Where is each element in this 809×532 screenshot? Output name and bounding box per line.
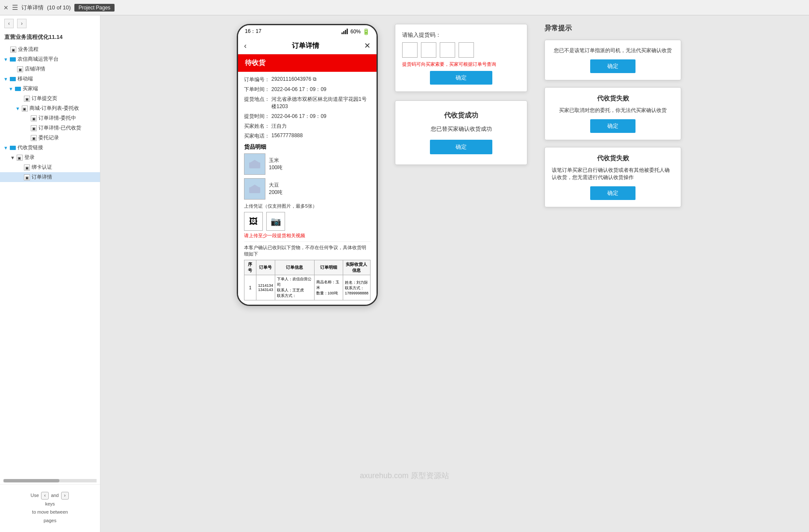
sidebar-item-登录[interactable]: ▼ ▣ 登录	[0, 153, 100, 162]
sidebar-item-店铺详情[interactable]: ▣ 店铺详情	[0, 64, 100, 74]
sidebar-scrollbar[interactable]	[3, 479, 97, 482]
triangle-icon: ▼	[3, 76, 8, 82]
goods-item-1: 玉米 100吨	[244, 153, 371, 175]
right-panel: 异常提示 您已不是该笔订单指派的司机，无法代买家确认收货 确定 代收货失败 买家…	[544, 24, 673, 207]
phone-content: 订单编号： 29201116043976 ⧉ 下单时间： 2022-04-06 …	[238, 72, 377, 305]
sidebar-item-商城订单列表[interactable]: ▼ ▣ 商城-订单列表-委托收	[0, 103, 100, 113]
triangle-icon: ▼	[15, 106, 20, 111]
page-icon: ▣	[22, 106, 28, 112]
sidebar-item-业务流程[interactable]: ▣ 业务流程	[0, 44, 100, 54]
goods-info-1: 玉米 100吨	[269, 157, 282, 171]
phone-mockup: 16：17 60% 🔋 ‹ 订单详情 ✕	[237, 24, 378, 306]
goods-title: 货品明细	[244, 143, 371, 151]
phone-nav-bar: ‹ 订单详情 ✕	[238, 38, 377, 54]
sidebar-item-订单详情[interactable]: ▣ 订单详情	[0, 172, 100, 182]
upload-icons: 🖼 📷	[244, 212, 371, 231]
confirm-text: 本客户确认已收到以下货物，不存在任何争议，具体收货明细如下	[244, 241, 371, 257]
buyer-phone-label: 买家电话：	[244, 132, 270, 140]
svg-marker-4	[249, 185, 260, 188]
table-header-order-info: 订单信息	[275, 260, 315, 275]
sidebar: ‹ › 直营业务流程优化11.14 ▣ 业务流程 ▼ 农信商城运营平台 ▣ 店铺…	[0, 15, 100, 532]
pickup-code-label: 请输入提货码：	[402, 31, 520, 39]
folder-icon	[10, 57, 16, 62]
error-body-fail-1: 买家已取消对您的委托，你无法代买家确认收货	[552, 107, 674, 114]
page-icon: ▣	[10, 47, 16, 53]
upload-image-button[interactable]: 🖼	[244, 212, 263, 231]
goods-info-2: 大豆 200吨	[269, 182, 282, 196]
svg-rect-0	[249, 162, 260, 168]
sidebar-bottom-hint: Use ‹ and › keys to move between pages	[0, 484, 100, 532]
sidebar-item-代收货链接[interactable]: ▼ 代收货链接	[0, 143, 100, 153]
order-time-value: 2022-04-06 17：09：09	[271, 86, 327, 93]
sidebar-item-委托记录[interactable]: ▣ 委托记录	[0, 133, 100, 143]
error-dialog-fail-2: 代收货失败 该笔订单买家已自行确认收货或者有其他被委托人确认收货，您无需进行代确…	[544, 147, 681, 207]
goods-qty-2: 200吨	[269, 189, 282, 196]
signal-icon	[341, 29, 348, 34]
main-layout: ‹ › 直营业务流程优化11.14 ▣ 业务流程 ▼ 农信商城运营平台 ▣ 店铺…	[0, 15, 809, 532]
pickup-time-value: 2022-04-06 17：09：09	[271, 113, 327, 120]
sidebar-item-订单提交页[interactable]: ▣ 订单提交页	[0, 94, 100, 103]
triangle-icon: ▼	[3, 57, 8, 62]
success-title: 代收货成功	[402, 111, 520, 120]
error-confirm-button-2[interactable]: 确定	[590, 119, 635, 133]
table-header-index: 序号	[244, 260, 256, 275]
nav-prev-button[interactable]: ‹	[4, 19, 14, 28]
table-row: 1 12141341343143 下单人：农信自营公司联系人：王芝虎联系方式： …	[244, 275, 371, 300]
top-bar: ✕ ☰ 订单详情 (10 of 10) Project Pages	[0, 0, 809, 15]
folder-icon	[15, 87, 21, 91]
buyer-phone-row: 买家电话： 15677778888	[244, 132, 371, 140]
sidebar-item-农信商城运营平台[interactable]: ▼ 农信商城运营平台	[0, 54, 100, 64]
cell-index: 1	[244, 275, 256, 300]
folder-icon	[10, 77, 16, 81]
sidebar-item-移动端[interactable]: ▼ 移动端	[0, 74, 100, 84]
battery-icon: 🔋	[362, 28, 370, 35]
buyer-name-value: 汪自力	[271, 123, 287, 130]
buyer-name-row: 买家姓名： 汪自力	[244, 123, 371, 130]
pickup-loc-label: 提货地点：	[244, 96, 270, 110]
order-no-row: 订单编号： 29201116043976 ⧉	[244, 76, 371, 83]
center-dialogs: 请输入提货码： 提货码可向买家索要，买家可根据订单号查询 确定 代收货成功 您已…	[395, 24, 527, 165]
project-pages-button[interactable]: Project Pages	[74, 4, 115, 12]
phone-back-button[interactable]: ‹	[244, 41, 247, 50]
pickup-box-1[interactable]	[402, 42, 418, 58]
pickup-confirm-button[interactable]: 确定	[430, 71, 492, 85]
hamburger-icon[interactable]: ☰	[12, 3, 18, 12]
pickup-time-label: 提货时间：	[244, 113, 270, 120]
pickup-loc-value: 河北省承德市双桥区林北街道星宇花园1号楼1203	[271, 96, 371, 110]
goods-name-2: 大豆	[269, 182, 282, 189]
prev-key-badge: ‹	[41, 492, 49, 500]
pickup-box-3[interactable]	[440, 42, 455, 58]
nav-next-button[interactable]: ›	[17, 19, 26, 28]
page-icon: ▣	[17, 155, 23, 161]
table-header-receiver: 实际收货人信息	[343, 260, 370, 275]
phone-close-button[interactable]: ✕	[364, 41, 371, 50]
copy-icon[interactable]: ⧉	[313, 76, 317, 83]
pickup-time-row: 提货时间： 2022-04-06 17：09：09	[244, 113, 371, 120]
page-icon: ▣	[17, 66, 23, 72]
battery-percent: 60%	[350, 29, 361, 35]
page-icon: ▣	[31, 125, 37, 131]
success-confirm-button[interactable]: 确定	[430, 140, 492, 154]
sidebar-item-订单详情已代收货[interactable]: ▣ 订单详情-已代收货	[0, 123, 100, 133]
error-confirm-button-3[interactable]: 确定	[590, 186, 635, 200]
phone-nav-title: 订单详情	[292, 41, 319, 50]
cell-order-no: 12141341343143	[256, 275, 275, 300]
cell-order-info: 下单人：农信自营公司联系人：王芝虎联系方式：	[275, 275, 315, 300]
triangle-icon: ▼	[3, 145, 8, 150]
goods-item-2: 大豆 200吨	[244, 178, 371, 200]
sidebar-item-买家端[interactable]: ▼ 买家端	[0, 84, 100, 94]
page-icon: ▣	[31, 115, 37, 121]
upload-video-button[interactable]: 📷	[266, 212, 285, 231]
pickup-box-2[interactable]	[421, 42, 436, 58]
pickup-box-4[interactable]	[459, 42, 474, 58]
buyer-phone-value: 15677778888	[271, 132, 303, 140]
next-key-badge: ›	[61, 492, 69, 500]
order-time-label: 下单时间：	[244, 86, 270, 93]
error-confirm-button-1[interactable]: 确定	[590, 59, 635, 73]
right-panel-title: 异常提示	[544, 24, 673, 33]
close-icon[interactable]: ✕	[3, 4, 9, 11]
sidebar-item-绑卡认证[interactable]: ▣ 绑卡认证	[0, 162, 100, 172]
sidebar-item-订单详情委托中[interactable]: ▣ 订单详情-委托中	[0, 113, 100, 123]
svg-rect-3	[249, 187, 260, 193]
success-body: 您已替买家确认收货成功	[402, 125, 520, 133]
